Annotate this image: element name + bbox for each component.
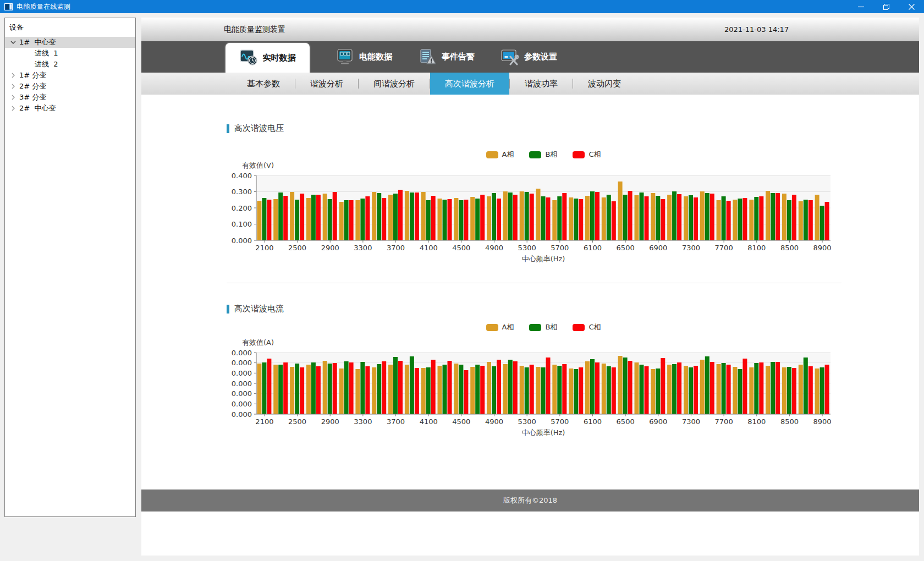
- subtabbar: 基本参数谐波分析间谐波分析高次谐波分析谐波功率波动闪变: [141, 73, 919, 95]
- subtab-间谐波分析[interactable]: 间谐波分析: [359, 73, 430, 95]
- svg-text:中心频率(Hz): 中心频率(Hz): [522, 428, 565, 437]
- content-area: 高次谐波电压 A相B相C相 有效值(V)0.4000.3000.2000.100…: [141, 95, 919, 490]
- tab-电能数据[interactable]: 电能数据: [336, 41, 392, 73]
- main-tabbar: 实时数据电能数据事件告警参数设置: [141, 41, 919, 73]
- svg-text:0.300: 0.300: [232, 188, 252, 196]
- svg-text:0.400: 0.400: [232, 172, 252, 180]
- tree-item-3[interactable]: 1# 分变: [5, 70, 135, 81]
- tree-item-label: 1# 分变: [18, 70, 46, 80]
- bars-phase-c: [267, 358, 829, 414]
- close-button[interactable]: [899, 0, 924, 13]
- section-marker-icon: [227, 124, 229, 133]
- tree-item-1[interactable]: 进线 1: [5, 48, 135, 59]
- tree-item-label: 进线 2: [34, 59, 58, 69]
- restore-icon: [883, 4, 889, 10]
- svg-text:5700: 5700: [551, 244, 569, 252]
- subtab-基本参数[interactable]: 基本参数: [232, 73, 295, 95]
- svg-text:8900: 8900: [813, 417, 832, 426]
- tab-参数设置[interactable]: 参数设置: [501, 41, 557, 73]
- svg-text:6500: 6500: [617, 417, 635, 426]
- svg-text:8100: 8100: [747, 417, 766, 426]
- svg-text:0.000: 0.000: [232, 410, 252, 419]
- svg-text:2500: 2500: [288, 417, 306, 426]
- realtime-data-icon: [240, 50, 257, 66]
- subtab-谐波功率[interactable]: 谐波功率: [510, 73, 573, 95]
- tree-item-4[interactable]: 2# 分变: [5, 81, 135, 92]
- legend-phase-b: B相: [529, 322, 557, 332]
- restore-button[interactable]: [873, 0, 899, 13]
- svg-text:0.000: 0.000: [232, 359, 252, 367]
- svg-text:6500: 6500: [617, 244, 635, 252]
- section-marker-icon: [227, 305, 229, 314]
- window-title: 电能质量在线监测: [16, 2, 70, 12]
- chevron-right-icon[interactable]: [8, 106, 18, 111]
- svg-text:8100: 8100: [747, 244, 766, 252]
- svg-text:0.000: 0.000: [232, 349, 252, 357]
- x-axis: 2100250029003300370041004500490053005700…: [255, 414, 831, 426]
- svg-text:0.000: 0.000: [232, 369, 252, 377]
- section-title-voltage: 高次谐波电压: [227, 123, 284, 134]
- tree-item-2[interactable]: 进线 2: [5, 59, 135, 70]
- chevron-right-icon[interactable]: [8, 84, 18, 89]
- svg-text:8900: 8900: [813, 244, 832, 252]
- legend-swatch-phase-a: [486, 324, 498, 331]
- svg-text:7300: 7300: [682, 417, 700, 426]
- svg-text:2100: 2100: [255, 417, 273, 426]
- subtab-谐波分析[interactable]: 谐波分析: [295, 73, 358, 95]
- tab-label: 事件告警: [442, 52, 475, 62]
- svg-text:4900: 4900: [485, 417, 503, 426]
- svg-text:0.000: 0.000: [232, 237, 252, 245]
- event-alarm-icon: [419, 49, 436, 65]
- subtab-高次谐波分析[interactable]: 高次谐波分析: [430, 73, 509, 95]
- energy-data-icon: [336, 49, 354, 65]
- legend-label: B相: [545, 322, 557, 332]
- app-icon: [4, 3, 13, 10]
- svg-text:5700: 5700: [551, 417, 569, 426]
- legend-phase-c: C相: [573, 322, 601, 332]
- harmonic-voltage-chart: 有效值(V)0.4000.3000.2000.1000.000210025002…: [227, 155, 865, 268]
- svg-text:6900: 6900: [649, 244, 667, 252]
- svg-text:0.000: 0.000: [232, 389, 252, 398]
- tree-item-6[interactable]: 2# 中心变: [5, 103, 135, 114]
- tab-事件告警[interactable]: 事件告警: [419, 41, 475, 73]
- chevron-right-icon[interactable]: [8, 73, 18, 78]
- svg-text:有效值(A): 有效值(A): [242, 338, 274, 346]
- titlebar: 电能质量在线监测: [0, 0, 924, 13]
- subtab-波动闪变[interactable]: 波动闪变: [573, 73, 636, 95]
- svg-text:6100: 6100: [584, 244, 602, 252]
- tree-item-5[interactable]: 3# 分变: [5, 92, 135, 103]
- current-legend: A相B相C相: [256, 322, 831, 332]
- section-title-current: 高次谐波电流: [227, 304, 284, 314]
- svg-text:3300: 3300: [354, 244, 372, 252]
- legend-label: A相: [502, 322, 514, 332]
- svg-text:6100: 6100: [584, 417, 602, 426]
- svg-text:3700: 3700: [387, 417, 405, 426]
- chevron-down-icon[interactable]: [8, 40, 18, 45]
- svg-text:4500: 4500: [452, 417, 470, 426]
- svg-text:0.100: 0.100: [232, 220, 252, 228]
- svg-text:5300: 5300: [518, 244, 536, 252]
- tree-item-label: 2# 分变: [18, 81, 46, 91]
- main-header: 电能质量监测装置 2021-11-03 14:17: [141, 18, 919, 41]
- svg-text:7700: 7700: [715, 417, 733, 426]
- minimize-button[interactable]: [848, 0, 873, 13]
- svg-text:4100: 4100: [420, 244, 438, 252]
- tree-item-0[interactable]: 1# 中心变: [5, 37, 135, 48]
- svg-text:8500: 8500: [780, 244, 799, 252]
- svg-text:2900: 2900: [321, 417, 339, 426]
- svg-text:3700: 3700: [387, 244, 405, 252]
- tab-实时数据[interactable]: 实时数据: [226, 43, 310, 73]
- svg-text:0.200: 0.200: [232, 204, 252, 212]
- legend-swatch-phase-c: [573, 324, 585, 331]
- svg-text:4900: 4900: [485, 244, 503, 252]
- close-icon: [909, 4, 915, 10]
- timestamp: 2021-11-03 14:17: [724, 18, 789, 41]
- svg-text:6900: 6900: [649, 417, 667, 426]
- minimize-icon: [858, 4, 864, 10]
- tab-label: 参数设置: [524, 52, 557, 62]
- section-divider: [227, 283, 842, 283]
- tree-item-label: 3# 分变: [18, 92, 46, 102]
- svg-text:3300: 3300: [354, 417, 372, 426]
- chevron-right-icon[interactable]: [8, 95, 18, 100]
- tab-label: 电能数据: [359, 52, 392, 62]
